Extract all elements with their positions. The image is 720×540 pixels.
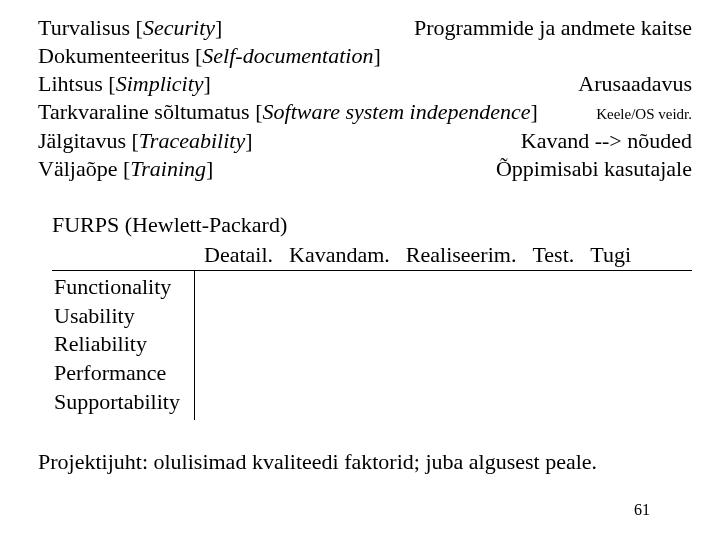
furps-title: FURPS (Hewlett-Packard) [52,211,692,239]
term-en: Self-documentation [202,43,373,68]
term-row: Turvalisus [Security] Programmide ja and… [38,14,692,42]
term-row: Tarkvaraline sõltumatus [Software system… [38,98,692,126]
furps-header: Deatail. Kavandam. Realiseerim. Test. Tu… [52,241,692,271]
term-row: Lihtsus [Simplicity] Arusaadavus [38,70,692,98]
footer-text: Projektijuht: olulisimad kvaliteedi fakt… [38,448,692,476]
furps-col: Tugi [590,241,631,269]
term-row: Dokumenteeritus [Self-documentation] [38,42,692,70]
furps-block: FURPS (Hewlett-Packard) Deatail. Kavanda… [52,211,692,420]
furps-row: Reliability [54,330,194,359]
term-desc: Arusaadavus [578,70,692,98]
term-en: Security [143,15,215,40]
term-desc: Kavand --> nõuded [521,127,692,155]
term-left: Dokumenteeritus [Self-documentation] [38,42,381,70]
term-left: Jälgitavus [Traceability] [38,127,252,155]
term-desc: Õppimisabi kasutajale [496,155,692,183]
term-row: Jälgitavus [Traceability] Kavand --> nõu… [38,127,692,155]
term-en: Simplicity [116,71,204,96]
term-row: Väljaõpe [Training] Õppimisabi kasutajal… [38,155,692,183]
term-desc: Programmide ja andmete kaitse [414,14,692,42]
furps-col: Kavandam. [289,241,390,269]
furps-row: Supportability [54,388,194,417]
term-et: Dokumenteeritus [38,43,190,68]
term-et: Tarkvaraline sõltumatus [38,99,250,124]
term-et: Turvalisus [38,15,130,40]
furps-columns: Deatail. Kavandam. Realiseerim. Test. Tu… [194,241,686,269]
slide: Turvalisus [Security] Programmide ja and… [0,0,720,540]
term-et: Jälgitavus [38,128,126,153]
furps-row: Functionality [54,273,194,302]
term-left: Tarkvaraline sõltumatus [Software system… [38,98,538,126]
term-left: Väljaõpe [Training] [38,155,213,183]
furps-col: Test. [532,241,574,269]
furps-rows: Functionality Usability Reliability Perf… [52,271,195,420]
term-left: Lihtsus [Simplicity] [38,70,211,98]
furps-col: Realiseerim. [406,241,517,269]
term-et: Lihtsus [38,71,103,96]
term-en: Traceability [139,128,245,153]
furps-corner [54,241,194,269]
furps-row: Performance [54,359,194,388]
term-et: Väljaõpe [38,156,117,181]
term-en: Software system independence [263,99,531,124]
furps-col: Deatail. [204,241,273,269]
furps-body: Functionality Usability Reliability Perf… [52,271,692,420]
term-en: Training [130,156,206,181]
furps-row: Usability [54,302,194,331]
term-left: Turvalisus [Security] [38,14,222,42]
term-desc: Keele/OS veidr. [596,105,692,124]
page-number: 61 [634,500,650,520]
